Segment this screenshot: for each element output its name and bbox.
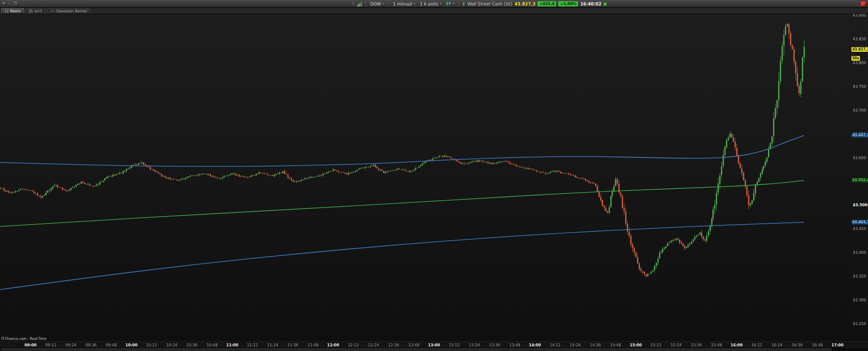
time-tick-label: 09:36 [86,343,97,347]
scrollbar-handle[interactable] [1,348,832,351]
close-icon[interactable]: ✕ [2,1,6,6]
price-tick-label: 43.500 [853,203,868,207]
time-tick-label: 13:00 [428,343,440,347]
last-price-marker: 43.827,3 [851,47,868,52]
price-tick-label: 43.400 [853,250,866,255]
time-tick-label: 11:48 [307,343,318,347]
time-tick-label: 10:00 [125,343,138,347]
chart-stats-icon[interactable] [357,0,362,8]
minimize-icon[interactable]: – [8,1,11,6]
price-tick-label: 43.800 [853,61,866,65]
time-tick-label: 13:36 [489,343,500,347]
chevron-down-icon: ▾ [440,2,442,6]
upper-band-marker: 43.647,3 [851,133,868,138]
time-tick-label: 12:00 [327,343,339,347]
time-tick-label: 10:48 [206,343,217,347]
maximize-icon[interactable]: ❐ [13,1,17,6]
units-label: 1 k units [420,2,438,6]
time-tick-label: 16:24 [771,343,782,347]
toolbar: ✕ – ❐ ⠿ DOW ▾ 1 minuut ▾ 1 k units ▾ [0,0,868,8]
divider [365,2,366,6]
price-tick-label: 43.300 [853,298,866,302]
clock: 16:40:02 [580,2,601,6]
lower-band-marker: 43.463,7 [851,220,868,225]
toolbar-center-group: ⠿ DOW ▾ 1 minuut ▾ 1 k units ▾ [352,0,606,8]
horizontal-scrollbar[interactable] [0,348,868,351]
price-tick-label: 43.600 [853,156,866,160]
time-tick-label: 10:24 [166,343,177,347]
chevron-down-icon: ▾ [453,2,454,6]
price-tick-label: 43.850 [853,37,866,41]
time-tick-label: 14:00 [529,343,541,347]
time-tick-label: 09:24 [65,343,76,347]
app-logo-icon[interactable] [860,1,866,6]
time-tick-label: 12:48 [408,343,419,347]
chart-area: 43.90043.85043.80043.75043.70043.65043.6… [0,14,868,341]
time-tick-label: 14:48 [610,343,621,347]
time-tick-label: 09:12 [45,343,56,347]
instrument-icon [462,0,465,8]
time-tick-label: 15:24 [670,343,682,347]
timeframe-label: 1 minuut [393,2,412,6]
time-tick-label: 11:12 [247,343,258,347]
tab-label: Koers [10,8,21,14]
change-badge: +432,4 [537,1,556,6]
price-chart-canvas[interactable] [0,14,851,341]
price-tick-label: 43.450 [853,227,866,231]
time-tick-label: 16:36 [792,343,803,347]
price-tick-label: 43.250 [853,322,866,326]
units-select[interactable]: 1 k units ▾ [419,0,443,7]
divider [459,2,459,6]
time-tick-label: 11:36 [287,343,298,347]
window-controls: ✕ – ❐ [2,1,17,6]
time-tick-label: 13:12 [449,343,460,347]
timeframe-select[interactable]: 1 minuut ▾ [392,0,417,7]
time-tick-label: 14:12 [550,343,561,347]
time-tick-label: 15:48 [711,343,722,347]
price-tick-label: 43.750 [853,84,866,89]
tab-bar: Koers scr1 Gaussian Kernel [0,8,868,14]
time-tick-label: 11:00 [226,343,239,347]
connection-status-icon [604,3,606,6]
chevron-down-icon: ▾ [383,2,384,6]
divider [388,2,389,6]
time-tick-label: 17:00 [832,343,844,347]
candlestick-style-icon [446,1,451,7]
price-axis[interactable]: 43.90043.85043.80043.75043.70043.65043.6… [851,14,868,341]
time-tick-label: 12:36 [388,343,399,347]
time-tick-label: 16:00 [731,343,743,347]
time-tick-label: 13:24 [469,343,480,347]
time-tick-label: 16:12 [751,343,762,347]
time-tick-label: 12:24 [368,343,379,347]
time-tick-label: 15:12 [651,343,662,347]
candlestick-icon [5,9,8,13]
instrument-name: Wall Street Cash (1€) [467,2,512,6]
symbol-label: DOW [370,2,381,6]
brand-label: IT-Finance.com - Real-Time [1,337,47,341]
tab-scr1[interactable]: scr1 [25,8,46,14]
time-tick-label: 14:36 [590,343,601,347]
indicator-icon [50,9,55,13]
time-tick-label: 15:00 [630,343,642,347]
chart-style-select[interactable]: ▾ [445,0,456,7]
time-tick-label: 12:12 [348,343,359,347]
time-tick-label: 10:36 [186,343,198,347]
symbol-select[interactable]: DOW ▾ [369,0,385,7]
time-tick-label: 09:48 [106,343,117,347]
tab-gaussian-kernel[interactable]: Gaussian Kernel [47,8,90,14]
tab-label: scr1 [34,8,42,14]
script-icon [29,9,33,13]
toolbar-grip-icon[interactable]: ⠿ [352,2,355,6]
candle-countdown-marker: 50s [851,56,860,61]
time-tick-label: 09:00 [25,343,37,347]
time-tick-label: 13:48 [509,343,520,347]
time-axis[interactable]: 09:0009:1209:2409:3609:4810:0010:1210:24… [0,341,868,348]
time-tick-label: 14:24 [570,343,581,347]
middle-band-marker: 43.552,4 [851,178,868,183]
time-tick-label: 11:24 [267,343,278,347]
chevron-down-icon: ▾ [414,2,415,6]
time-tick-label: 10:12 [146,343,157,347]
tab-koers[interactable]: Koers [1,8,24,14]
time-tick-label: 16:48 [812,343,823,347]
last-price-value: 43.827,3 [515,2,535,6]
